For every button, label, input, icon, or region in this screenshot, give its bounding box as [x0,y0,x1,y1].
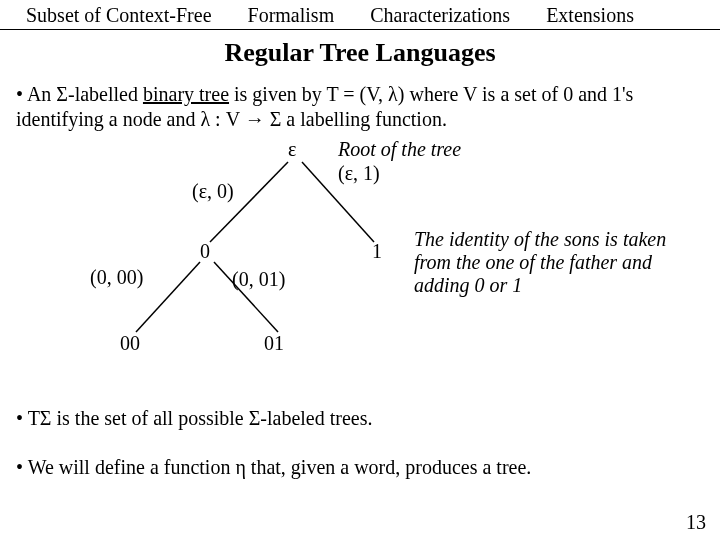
paragraph-def: • An Σ-labelled binary tree is given by … [16,82,704,132]
node-0: 0 [200,240,210,263]
tab-formalism: Formalism [230,0,353,29]
tab-characterizations: Characterizations [352,0,528,29]
tab-subset: Subset of Context-Free [8,0,230,29]
page-title: Regular Tree Languages [0,38,720,68]
page-number: 13 [686,511,706,534]
tree-diagram: ε (ε, 0) 0 (0, 00) 00 (0, 01) 01 1 Root … [0,132,720,392]
edge-label-0-01: (0, 01) [232,268,285,291]
section-tabs: Subset of Context-Free Formalism Charact… [0,0,720,30]
edge-label-eps-0: (ε, 0) [192,180,234,203]
node-epsilon: ε [288,138,296,161]
para1-binary-tree: binary tree [143,83,229,105]
tab-extensions: Extensions [528,0,652,29]
node-00: 00 [120,332,140,355]
annotation-sons: The identity of the sons is taken from t… [414,228,704,297]
node-1: 1 [372,240,382,263]
paragraph-eta: • We will define a function η that, give… [16,455,704,480]
edge-label-eps-1: (ε, 1) [338,162,380,185]
paragraph-tsigma: • TΣ is the set of all possible Σ-labele… [16,406,704,431]
edge-label-0-00: (0, 00) [90,266,143,289]
para1-part-a: • An Σ-labelled [16,83,143,105]
node-01: 01 [264,332,284,355]
svg-line-2 [136,262,200,332]
annotation-root: Root of the tree [338,138,461,161]
